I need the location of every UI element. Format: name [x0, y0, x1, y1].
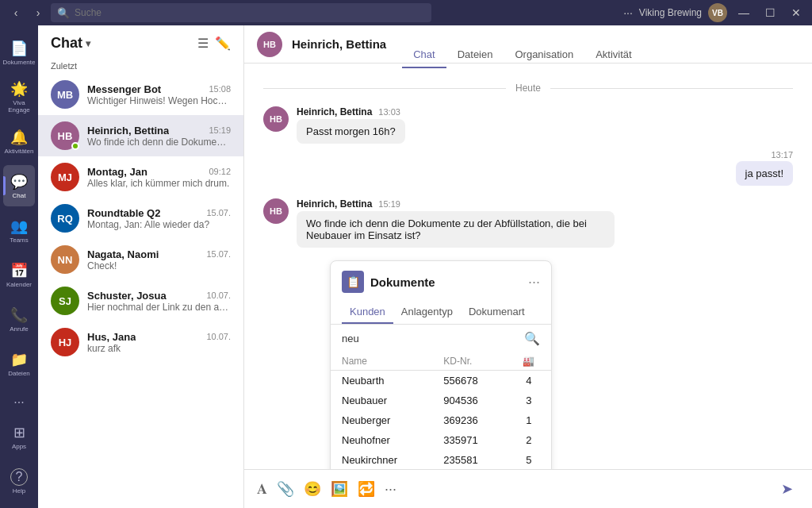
chat-item[interactable]: MB Messenger Bot 15:08 Wichtiger Hinweis… [38, 74, 243, 115]
chat-avatar: MJ [51, 163, 79, 191]
search-input[interactable] [75, 7, 425, 18]
avatar[interactable]: VB [708, 3, 727, 22]
loop-icon[interactable]: 🔁 [358, 480, 375, 498]
viva-icon: 🌟 [10, 80, 28, 98]
table-cell-kdnr: 369236 [432, 410, 506, 430]
chat-header-tabs: ChatDateienOrganisationAktivität [402, 31, 643, 57]
chat-item[interactable]: HB Heinrich, Bettina 15:19 Wo finde ich … [38, 115, 243, 156]
sidebar-item-chat[interactable]: 💬 Chat [3, 165, 35, 206]
sidebar-nav: 📄 Dokumente 🌟 Viva Engage 🔔 Aktivitäten … [0, 25, 38, 508]
chat-item[interactable]: RQ Roundtable Q2 15.07. Montag, Jan: All… [38, 198, 243, 239]
doc-card-more-icon[interactable]: ··· [528, 274, 540, 291]
nav-more-dots[interactable]: ··· [13, 395, 24, 410]
chat-item-name: Hus, Jana [87, 331, 136, 343]
doc-card-wrapper: 📋 Dokumente ··· KundenAnlagentypDokumena… [297, 254, 793, 469]
table-cell-count: 5 [507, 450, 551, 469]
sidebar-label-dateien: Dateien [8, 370, 30, 377]
sidebar-item-dateien[interactable]: 📁 Dateien [3, 343, 35, 384]
sidebar-label-aktivitaeten: Aktivitäten [5, 148, 34, 155]
sidebar-label-help: Help [13, 487, 25, 495]
message-group: HB Heinrich, Bettina 13:03 Passt morgen … [263, 106, 793, 144]
doc-tab-kunden[interactable]: Kunden [342, 301, 393, 324]
message-group: HB Heinrich, Bettina 15:19 Wo finde ich … [263, 198, 793, 248]
sidebar-item-viva[interactable]: 🌟 Viva Engage [3, 76, 35, 117]
msg-time: 13:03 [378, 107, 400, 117]
chat-icon: 💬 [10, 173, 28, 190]
emoji-icon[interactable]: 😊 [304, 480, 321, 498]
chat-item-time: 10.07. [206, 291, 231, 300]
message-group-self: 13:17 ja passt! [263, 150, 793, 186]
table-row[interactable]: Neuberger 369236 1 [331, 410, 551, 430]
attach-icon[interactable]: 📎 [277, 480, 294, 498]
doc-card-icon: 📋 [342, 271, 364, 293]
col-kdnr: KD-Nr. [432, 352, 506, 371]
chat-tab-dateien[interactable]: Dateien [446, 42, 504, 68]
sidebar-item-apps[interactable]: ⊞ Apps [3, 416, 35, 457]
table-row[interactable]: Neubarth 556678 4 [331, 371, 551, 391]
maximize-button[interactable]: ☐ [760, 5, 780, 21]
table-row[interactable]: Neubauer 904536 3 [331, 391, 551, 410]
minimize-button[interactable]: — [733, 5, 754, 21]
more-icon[interactable]: ··· [385, 481, 396, 498]
online-dot [71, 142, 79, 150]
chat-item[interactable]: MJ Montag, Jan 09:12 Alles klar, ich küm… [38, 156, 243, 198]
col-name: Name [331, 352, 432, 371]
table-row[interactable]: Neukirchner 235581 5 [331, 450, 551, 469]
format-icon[interactable]: 𝐀 [257, 481, 267, 498]
chat-header-avatar: HB [257, 32, 282, 57]
sidebar-label-teams: Teams [10, 237, 29, 244]
filter-icon[interactable]: ☰ [197, 36, 209, 51]
msg-content: Heinrich, Bettina 13:03 Passt morgen 16h… [297, 106, 405, 144]
sidebar-item-teams[interactable]: 👥 Teams [3, 210, 35, 251]
table-cell-count: 4 [507, 371, 551, 391]
table-cell-count: 2 [507, 430, 551, 450]
brand-label: Viking Brewing [639, 7, 702, 18]
chat-tab-aktivität[interactable]: Aktivität [584, 42, 643, 68]
sidebar-label-kalender: Kalender [6, 281, 32, 288]
back-button[interactable]: ‹ [6, 3, 25, 22]
doc-tab-dokumenart[interactable]: Dokumenart [461, 301, 533, 324]
chat-item-time: 09:12 [209, 167, 231, 176]
msg-sender: Heinrich, Bettina [297, 106, 372, 117]
chat-item-preview: kurz afk [87, 343, 231, 354]
chat-item-content: Heinrich, Bettina 15:19 Wo finde ich den… [87, 125, 231, 148]
image-icon[interactable]: 🖼️ [331, 480, 348, 498]
chevron-down-icon: ▾ [86, 38, 90, 49]
sidebar-item-help[interactable]: ? Help [3, 460, 35, 502]
forward-button[interactable]: › [29, 3, 48, 22]
chat-tab-organisation[interactable]: Organisation [504, 42, 584, 68]
sidebar-item-kalender[interactable]: 📅 Kalender [3, 254, 35, 295]
doc-tab-anlagentyp[interactable]: Anlagentyp [393, 301, 461, 324]
phone-icon: 📞 [10, 306, 28, 324]
table-cell-count: 1 [507, 410, 551, 430]
chat-item[interactable]: SJ Schuster, Josua 10.07. Hier nochmal d… [38, 280, 243, 321]
sidebar-label-viva: Viva Engage [3, 99, 35, 114]
apps-icon: ⊞ [13, 424, 25, 441]
msg-sender: Heinrich, Bettina [297, 198, 372, 210]
chat-item[interactable]: NN Nagata, Naomi 15.07. Check! [38, 239, 243, 280]
chat-avatar: SJ [51, 287, 79, 315]
chat-tab-chat[interactable]: Chat [402, 42, 446, 68]
table-cell-kdnr: 904536 [432, 391, 506, 410]
table-cell-name: Neubauer [331, 391, 432, 410]
sidebar-item-aktivitaeten[interactable]: 🔔 Aktivitäten [3, 121, 35, 162]
chat-item-content: Hus, Jana 10.07. kurz afk [87, 331, 231, 354]
message-toolbar: 𝐀 📎 😊 🖼️ 🔁 ··· ➤ [257, 476, 799, 502]
titlebar-right: ··· Viking Brewing VB — ☐ ✕ [623, 3, 806, 22]
msg-bubble: Wo finde ich denn die Dokumente zu der A… [297, 211, 615, 248]
close-button[interactable]: ✕ [787, 5, 806, 21]
chat-item-time: 15:08 [209, 84, 231, 94]
sidebar-item-dokumente[interactable]: 📄 Dokumente [3, 32, 35, 73]
chat-item[interactable]: HJ Hus, Jana 10.07. kurz afk [38, 321, 243, 363]
search-icon[interactable]: 🔍 [524, 331, 540, 346]
doc-search-input[interactable] [342, 333, 519, 344]
chat-item-name: Nagata, Naomi [87, 248, 159, 260]
doc-card-header: 📋 Dokumente ··· [331, 261, 551, 293]
table-row[interactable]: Neuhofner 335971 2 [331, 430, 551, 450]
sidebar-item-anrufe[interactable]: 📞 Anrufe [3, 298, 35, 340]
msg-time: 15:19 [378, 199, 400, 209]
chat-avatar: RQ [51, 204, 79, 233]
chat-item-preview: Montag, Jan: Alle wieder da? [87, 219, 231, 230]
new-chat-icon[interactable]: ✏️ [215, 36, 231, 51]
send-button[interactable]: ➤ [774, 476, 799, 502]
